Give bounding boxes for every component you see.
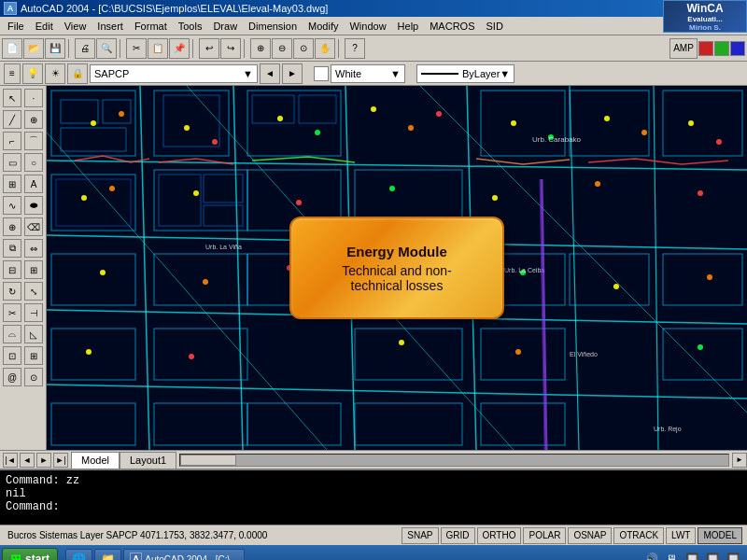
array-tool[interactable]: ⊞ [24,260,43,279]
energy-subtitle2: technical losses [342,278,452,293]
menu-file[interactable]: File [2,20,30,33]
select-tool[interactable]: ↖ [3,89,21,107]
menu-sid[interactable]: SID [480,20,508,33]
tab-layout1[interactable]: Layout1 [120,452,176,469]
rotate-tool[interactable]: ↻ [3,282,21,301]
h-scrollbar-track[interactable] [179,454,729,467]
layer-next-btn[interactable]: ► [282,63,303,84]
block-tool[interactable]: ⊡ [3,346,21,365]
prev-first-btn[interactable]: |◄ [3,453,18,468]
blue-box[interactable] [730,41,745,56]
osnap-btn[interactable]: OSNAP [568,527,612,544]
taskbar-icon1[interactable]: 🔲 [684,551,700,560]
next-last-btn[interactable]: ►| [53,453,68,468]
preview-btn[interactable]: 🔍 [96,38,117,59]
scroll-right-btn[interactable]: ► [732,453,747,468]
chamfer-tool[interactable]: ◺ [24,325,43,343]
volume-icon[interactable]: 🔊 [642,551,659,560]
menu-format[interactable]: Format [129,20,173,33]
paste-btn[interactable]: 📌 [169,38,190,59]
mirror-tool[interactable]: ⇔ [24,239,43,258]
trim-tool[interactable]: ✂ [3,303,21,322]
h-scrollbar-thumb[interactable] [180,455,236,466]
undo-btn[interactable]: ↩ [199,38,219,59]
explorer-btn[interactable]: 📁 [94,549,121,560]
spline-tool[interactable]: ∿ [3,196,21,215]
save-btn[interactable]: 💾 [45,38,65,59]
drawing-canvas[interactable]: Urb. Carabako Urb. La Viña Urb. La Ceiba… [47,86,747,450]
extend-tool[interactable]: ⊣ [24,303,43,322]
zoom-all-btn[interactable]: ⊙ [293,38,314,59]
layer-dropdown[interactable]: SAPCP ▼ [90,64,258,83]
lwt-btn[interactable]: LWT [666,527,696,544]
move-tool[interactable]: ⊕ [3,217,21,236]
menu-edit[interactable]: Edit [30,20,59,33]
autocad-taskbar-btn[interactable]: A AutoCAD 2004 - [C:\... [123,549,245,560]
grid-btn[interactable]: GRID [441,527,475,544]
zoom-window-btn[interactable]: ⊕ [250,38,271,59]
prev-btn[interactable]: ◄ [20,453,35,468]
cut-btn[interactable]: ✂ [126,38,147,59]
otrack-btn[interactable]: OTRACK [613,527,664,544]
erase-tool[interactable]: ⌫ [24,217,43,236]
cmd-line-3: Command: [6,500,741,513]
taskbar-icon2[interactable]: 🔲 [704,551,721,560]
ortho-btn[interactable]: ORTHO [477,527,522,544]
insert-tool[interactable]: ⊞ [24,346,43,365]
zoom-prev-btn[interactable]: ⊖ [272,38,292,59]
attrib-tool[interactable]: @ [3,368,21,386]
snap-btn[interactable]: SNAP [402,527,438,544]
pan-btn[interactable]: ✋ [315,38,335,59]
arc-tool[interactable]: ⌒ [24,132,43,150]
point-tool[interactable]: · [24,89,43,107]
bulb-icon[interactable]: 💡 [22,63,43,84]
open-btn[interactable]: 📂 [23,38,44,59]
taskbar-icon3[interactable]: 🔲 [725,551,741,560]
menu-dimension[interactable]: Dimension [243,20,303,33]
svg-point-75 [203,279,208,285]
copy-btn[interactable]: 📋 [148,38,168,59]
model-btn[interactable]: MODEL [698,527,742,544]
menu-modify[interactable]: Modify [303,20,344,33]
ellipse-tool[interactable]: ⬬ [24,196,43,215]
menu-window[interactable]: Window [344,20,391,33]
polar-btn[interactable]: POLAR [523,527,566,544]
linetype-dropdown[interactable]: ByLayer ▼ [416,64,514,83]
color-dropdown[interactable]: White ▼ [331,64,405,83]
break-tool[interactable]: ⌓ [3,325,21,343]
red-box[interactable] [698,41,713,56]
copy-obj-tool[interactable]: ⧉ [3,239,21,258]
xref-tool[interactable]: ⊙ [24,368,43,386]
next-btn[interactable]: ► [36,453,51,468]
lock-icon[interactable]: 🔒 [67,63,88,84]
menu-draw[interactable]: Draw [207,20,243,33]
green-box[interactable] [714,41,729,56]
menu-view[interactable]: View [59,20,92,33]
tab-model[interactable]: Model [71,452,120,469]
offset-tool[interactable]: ⊟ [3,260,21,279]
amp-btn[interactable]: AMP [669,38,698,59]
text-tool[interactable]: A [24,175,43,193]
network-icon[interactable]: 🖥 [663,551,680,560]
ie-btn[interactable]: 🌐 [65,549,92,560]
menu-insert[interactable]: Insert [92,20,129,33]
layer-icon[interactable]: ≡ [4,63,21,84]
start-button[interactable]: ⊞ start [2,548,58,560]
menu-help[interactable]: Help [392,20,425,33]
new-btn[interactable]: 📄 [2,38,22,59]
menu-macros[interactable]: MACROS [424,20,480,33]
svg-point-72 [595,181,600,187]
scale-tool[interactable]: ⤡ [24,282,43,301]
pline-tool[interactable]: ⌐ [3,132,21,150]
zoom-tool[interactable]: ⊕ [24,110,43,129]
circle-tool[interactable]: ○ [24,153,43,172]
sun-icon[interactable]: ☀ [45,63,65,84]
line-tool[interactable]: ╱ [3,110,21,129]
rect-tool[interactable]: ▭ [3,153,21,172]
redo-btn[interactable]: ↪ [220,38,241,59]
help-btn[interactable]: ? [345,38,365,59]
print-btn[interactable]: 🖨 [75,38,95,59]
layer-prev-btn[interactable]: ◄ [260,63,280,84]
hatch-tool[interactable]: ⊞ [3,175,21,193]
menu-tools[interactable]: Tools [173,20,208,33]
